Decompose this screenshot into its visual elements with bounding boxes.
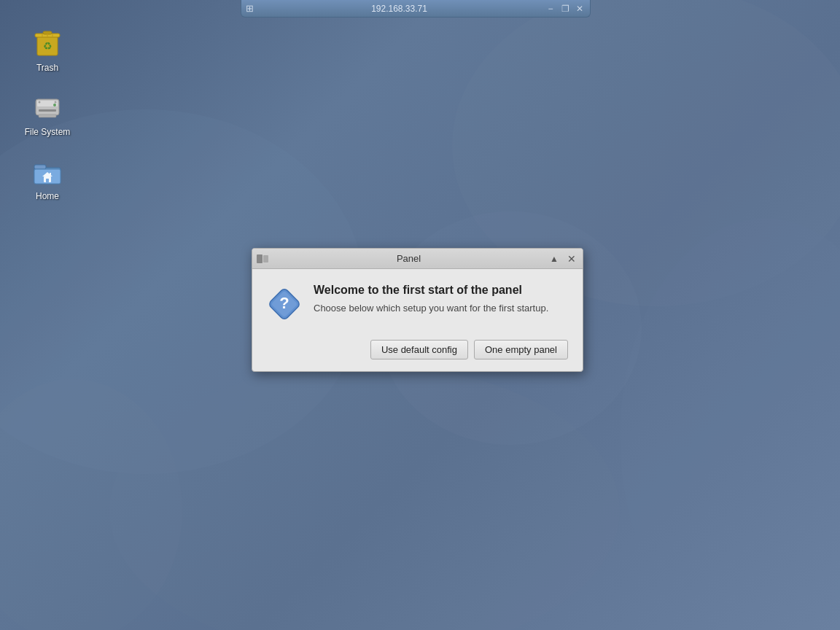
remote-connection-bar[interactable]: ⊞ 192.168.33.71 − ❐ ✕ (241, 0, 591, 18)
svg-rect-21 (34, 165, 46, 169)
filesystem-icon-item[interactable]: File System (15, 86, 80, 140)
trash-icon: ♻ (30, 25, 65, 60)
use-default-config-button[interactable]: Use default config (370, 340, 468, 359)
title-icon-part1 (257, 254, 262, 263)
svg-rect-25 (46, 179, 49, 182)
one-empty-panel-button[interactable]: One empty panel (474, 340, 568, 359)
svg-rect-26 (50, 173, 51, 175)
panel-dialog[interactable]: Panel ▲ ✕ ? Welcome to the first start o… (252, 248, 583, 372)
svg-point-17 (53, 104, 56, 106)
svg-text:?: ? (279, 294, 289, 312)
filesystem-label: File System (25, 127, 71, 137)
dialog-subtext: Choose below which setup you want for th… (314, 303, 568, 314)
home-icon (30, 153, 65, 188)
dialog-heading: Welcome to the first start of the panel (314, 284, 568, 297)
desktop-icon-area: ♻ Trash (15, 22, 80, 204)
trash-label: Trash (36, 63, 58, 73)
svg-text:♻: ♻ (43, 40, 52, 52)
minimize-button[interactable]: − (545, 3, 556, 15)
connection-title: 192.168.33.71 (254, 4, 545, 14)
title-icon-part2 (263, 255, 268, 262)
close-button[interactable]: ✕ (574, 3, 586, 15)
dialog-buttons: Use default config One empty panel (252, 340, 583, 371)
dialog-body: ? Welcome to the first start of the pane… (252, 269, 583, 340)
svg-rect-15 (39, 114, 56, 117)
dialog-up-button[interactable]: ▲ (548, 252, 561, 265)
question-icon: ? (267, 287, 302, 322)
filesystem-icon (30, 89, 65, 124)
dialog-close-button[interactable]: ✕ (565, 252, 578, 265)
dialog-content: Welcome to the first start of the panel … (314, 284, 568, 328)
trash-icon-item[interactable]: ♻ Trash (15, 22, 80, 76)
dialog-title-icon (257, 254, 270, 264)
svg-point-18 (39, 101, 41, 104)
window-controls: − ❐ ✕ (545, 3, 586, 15)
pin-icon[interactable]: ⊞ (246, 3, 254, 14)
svg-rect-16 (39, 109, 56, 112)
dialog-title: Panel (274, 253, 543, 264)
home-icon-item[interactable]: Home (15, 150, 80, 204)
home-label: Home (36, 191, 59, 201)
dialog-titlebar: Panel ▲ ✕ (252, 249, 583, 269)
svg-point-19 (55, 101, 57, 104)
maximize-button[interactable]: ❐ (559, 3, 571, 15)
